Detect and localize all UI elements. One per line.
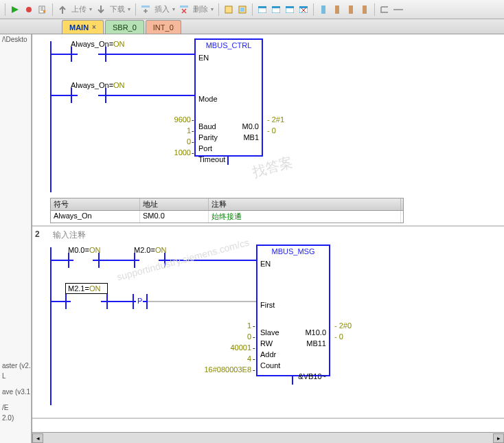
run-button[interactable]: [9, 3, 21, 16]
delete-label[interactable]: 删除: [192, 4, 209, 14]
tab-int[interactable]: INT_0: [146, 20, 181, 34]
stop-button[interactable]: [23, 3, 35, 16]
horizontal-scrollbar[interactable]: ◂ ▸: [32, 432, 504, 443]
win-b-icon[interactable]: [270, 3, 282, 16]
fb-input-val: 9600: [153, 115, 191, 124]
fb-mbus-msg[interactable]: MBUS_MSG EN First SlaveM10.0 RWMB11 Addr…: [256, 245, 330, 376]
upload-label[interactable]: 上传: [70, 4, 88, 14]
rung-2: 2 输入注释 M0.0=ON M2.0=ON M2.1=ON: [32, 227, 504, 419]
line-icon[interactable]: [392, 3, 404, 16]
svg-rect-19: [363, 5, 367, 14]
toolbar: 上传▾ 下载▾ 插入▾ 删除▾: [0, 0, 504, 19]
rung-1: Always_On=ON Always_On=ON MBUS_CTRL EN M…: [32, 34, 504, 227]
tool-a-icon[interactable]: [222, 3, 235, 16]
scroll-left-icon[interactable]: ◂: [32, 433, 43, 443]
win-close-icon[interactable]: [297, 3, 310, 16]
svg-rect-13: [286, 6, 294, 8]
power-rail: [50, 247, 51, 405]
svg-marker-0: [12, 6, 19, 13]
tab-row: MAIN× SBR_0 INT_0: [0, 19, 504, 34]
download-label[interactable]: 下载: [108, 4, 126, 14]
insert-icon[interactable]: [139, 3, 152, 16]
download-icon[interactable]: [95, 3, 107, 16]
left-item: aster (v2.: [0, 361, 31, 371]
fb-output-val: - 2#0: [334, 321, 352, 330]
edge-p: P: [137, 297, 142, 305]
win-a-icon[interactable]: [256, 3, 268, 16]
fb-title: MBUS_CTRL: [196, 40, 262, 51]
fb-output-val: - 0: [267, 126, 276, 135]
svg-rect-15: [299, 6, 308, 8]
upload-icon[interactable]: [56, 3, 69, 16]
symtable-header[interactable]: 符号: [51, 198, 140, 210]
scroll-right-icon[interactable]: ▸: [493, 433, 504, 443]
svg-rect-7: [240, 8, 244, 12]
svg-rect-3: [141, 5, 150, 8]
fb-input-val: 4: [214, 354, 251, 363]
svg-rect-9: [258, 6, 266, 8]
svg-rect-5: [225, 6, 232, 13]
symbol-table[interactable]: 符号 地址 注释 Always_On SM0.0 始终接通: [50, 198, 404, 223]
contact-label: M2.0=ON: [134, 246, 166, 254]
fb-mbus-ctrl[interactable]: MBUS_CTRL EN Mode BaudM0.0 ParityMB1 Por…: [194, 38, 263, 157]
fb-output-val: - 0: [334, 332, 343, 341]
contact-label: M0.0=ON: [68, 246, 100, 254]
tab-main[interactable]: MAIN×: [62, 20, 104, 34]
svg-point-1: [26, 7, 32, 12]
rung-number: 2: [35, 229, 47, 239]
fb-output-val: - 2#1: [267, 115, 284, 124]
symtable-header[interactable]: 注释: [209, 198, 401, 210]
fb-input-val: 0: [214, 332, 251, 341]
bookmark-a-icon[interactable]: [317, 3, 330, 16]
bookmark-c-icon[interactable]: [345, 3, 357, 16]
contact-label: M2.1=ON: [68, 284, 100, 293]
tab-main-label: MAIN: [69, 23, 89, 32]
bookmark-b-icon[interactable]: [331, 3, 343, 16]
svg-rect-4: [180, 5, 188, 8]
tab-sbr-label: SBR_0: [113, 23, 137, 32]
tab-int-label: INT_0: [153, 23, 174, 32]
contact-label: Always_On=ON: [71, 40, 125, 48]
svg-rect-18: [349, 5, 353, 14]
left-item: ave (v3.1: [0, 387, 31, 397]
rung-comment[interactable]: 输入注释: [53, 229, 86, 241]
close-icon[interactable]: ×: [92, 23, 96, 31]
fb-input-val: 1: [153, 126, 191, 135]
left-path: /\Deskto: [0, 34, 31, 45]
bookmark-d-icon[interactable]: [358, 3, 371, 16]
svg-rect-16: [321, 5, 325, 14]
left-item: L: [0, 371, 31, 381]
left-item: /E: [0, 402, 31, 413]
fb-input-val: 1000: [153, 148, 191, 157]
fb-input-val: 0: [153, 137, 191, 146]
win-c-icon[interactable]: [284, 3, 296, 16]
svg-rect-17: [335, 5, 339, 14]
branch-icon[interactable]: [378, 3, 391, 16]
left-item: 2.0): [0, 413, 31, 423]
contact-label: Always_On=ON: [71, 81, 125, 89]
compile-button[interactable]: [36, 3, 49, 16]
svg-rect-11: [272, 6, 280, 8]
tool-b-icon[interactable]: [236, 3, 249, 16]
ladder-editor[interactable]: Always_On=ON Always_On=ON MBUS_CTRL EN M…: [32, 34, 504, 443]
fb-input-val: 40001: [214, 343, 251, 352]
power-rail: [50, 41, 51, 192]
fb-title: MBUS_MSG: [257, 246, 329, 257]
table-row[interactable]: Always_On SM0.0 始终接通: [51, 211, 403, 223]
fb-input-val: 1: [214, 321, 251, 330]
left-panel: /\Deskto aster (v2. L ave (v3.1 /E 2.0): [0, 34, 32, 443]
symtable-header[interactable]: 地址: [140, 198, 209, 210]
fb-input-val: 16#080003E8: [194, 365, 251, 374]
tab-sbr[interactable]: SBR_0: [105, 20, 144, 34]
delete-icon[interactable]: [178, 3, 190, 16]
insert-label[interactable]: 插入: [153, 4, 171, 14]
